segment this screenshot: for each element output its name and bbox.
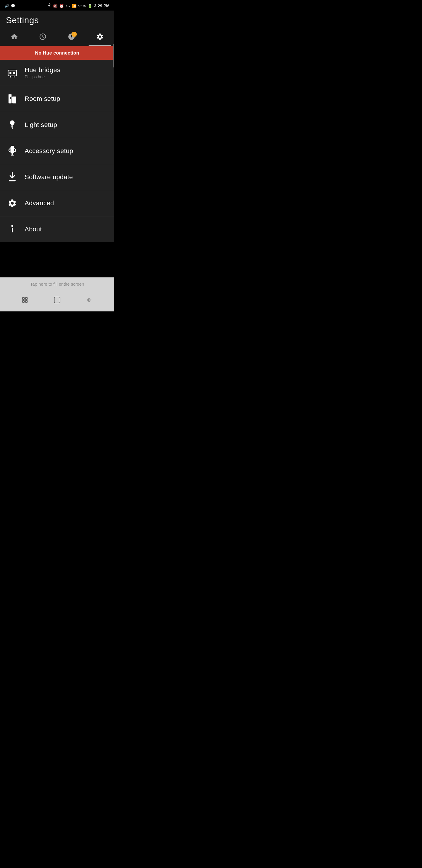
light-setup-icon: [6, 119, 19, 131]
status-bar: 🔊 💬 🔇 ⏰ 4G 📶 95% 🔋 3:29 PM: [0, 0, 114, 10]
settings-tab-icon: [96, 33, 104, 42]
settings-item-advanced[interactable]: Advanced: [0, 190, 114, 216]
svg-rect-14: [11, 155, 14, 156]
podcast-icon: 🔊: [5, 4, 9, 8]
hue-bridges-content: Hue bridges Philips hue: [25, 66, 108, 79]
svg-rect-22: [54, 297, 60, 303]
svg-rect-6: [12, 96, 16, 103]
hue-bridges-subtitle: Philips hue: [25, 74, 108, 79]
scrollbar-thumb[interactable]: [113, 44, 114, 67]
tab-settings[interactable]: [86, 31, 115, 46]
light-setup-title: Light setup: [25, 121, 108, 129]
connection-banner: No Hue connection: [0, 46, 114, 60]
svg-rect-21: [25, 301, 27, 302]
network-icon: 4G: [66, 4, 70, 8]
settings-item-about[interactable]: About: [0, 216, 114, 242]
hue-bridge-icon: [6, 66, 19, 79]
whatsapp-icon: 💬: [11, 4, 15, 8]
svg-rect-9: [11, 127, 13, 128]
light-setup-content: Light setup: [25, 121, 108, 129]
settings-item-light-setup[interactable]: Light setup: [0, 112, 114, 138]
bluetooth-icon: [47, 3, 51, 9]
svg-point-2: [13, 72, 15, 74]
recent-apps-button[interactable]: [19, 294, 30, 306]
settings-item-hue-bridges[interactable]: Hue bridges Philips hue: [0, 60, 114, 86]
status-right-icons: 🔇 ⏰ 4G 📶 95% 🔋 3:29 PM: [47, 3, 109, 9]
settings-list: Hue bridges Philips hue Room setup: [0, 60, 114, 242]
recent-apps-icon: [22, 297, 28, 304]
clock-tab-icon: [39, 33, 46, 42]
fill-entire-screen-bar[interactable]: Tap here to fill entire screen: [0, 277, 114, 290]
room-setup-icon: [6, 92, 19, 105]
accessory-setup-content: Accessory setup: [25, 147, 108, 155]
room-setup-title: Room setup: [25, 95, 108, 103]
advanced-content: Advanced: [25, 199, 108, 207]
time-display: 3:29 PM: [94, 3, 109, 8]
svg-rect-7: [10, 97, 11, 99]
home-circle-icon: [54, 297, 61, 304]
svg-rect-18: [22, 298, 24, 300]
tab-bar: !: [0, 28, 114, 46]
alarm-icon: ⏰: [59, 4, 64, 8]
home-tab-icon: [10, 33, 18, 42]
svg-rect-17: [12, 228, 13, 232]
svg-rect-8: [11, 126, 13, 127]
tab-home[interactable]: [0, 31, 29, 46]
alerts-badge: !: [71, 32, 77, 37]
home-nav-button[interactable]: [51, 294, 63, 307]
svg-point-1: [9, 72, 11, 74]
svg-rect-12: [10, 147, 14, 153]
back-nav-button[interactable]: [84, 294, 95, 306]
accessory-setup-title: Accessory setup: [25, 147, 108, 155]
svg-rect-13: [11, 153, 13, 155]
svg-rect-10: [12, 128, 13, 129]
advanced-title: Advanced: [25, 199, 108, 207]
settings-item-room-setup[interactable]: Room setup: [0, 86, 114, 112]
connection-status-text: No Hue connection: [35, 51, 79, 55]
svg-point-16: [11, 225, 13, 227]
scrollbar-track: [112, 38, 114, 126]
settings-item-accessory-setup[interactable]: Accessory setup: [0, 138, 114, 164]
software-update-content: Software update: [25, 173, 108, 181]
software-update-title: Software update: [25, 173, 108, 181]
page-header: Settings: [0, 10, 114, 28]
battery-icon: 🔋: [88, 4, 92, 8]
status-left-icons: 🔊 💬: [5, 4, 15, 8]
tab-schedule[interactable]: [29, 31, 58, 46]
room-setup-content: Room setup: [25, 95, 108, 103]
battery-percent: 95%: [78, 4, 86, 8]
page-title: Settings: [6, 15, 108, 25]
about-title: About: [25, 225, 108, 233]
fill-bar-text: Tap here to fill entire screen: [30, 281, 84, 286]
hue-bridges-title: Hue bridges: [25, 66, 108, 74]
svg-rect-11: [11, 146, 14, 147]
software-update-icon: [6, 170, 19, 184]
back-icon: [86, 297, 93, 304]
accessory-setup-icon: [6, 145, 19, 157]
settings-item-software-update[interactable]: Software update: [0, 164, 114, 190]
svg-rect-19: [25, 298, 27, 300]
svg-rect-15: [9, 180, 15, 181]
about-content: About: [25, 225, 108, 233]
svg-rect-20: [22, 301, 24, 302]
svg-rect-0: [8, 70, 17, 76]
signal-bars-icon: 📶: [72, 4, 76, 8]
android-nav-bar: [0, 290, 114, 311]
about-icon: [6, 223, 19, 236]
advanced-icon: [6, 197, 19, 210]
mute-icon: 🔇: [53, 4, 58, 8]
content-spacer: [0, 242, 114, 277]
tab-alerts[interactable]: !: [57, 31, 86, 46]
